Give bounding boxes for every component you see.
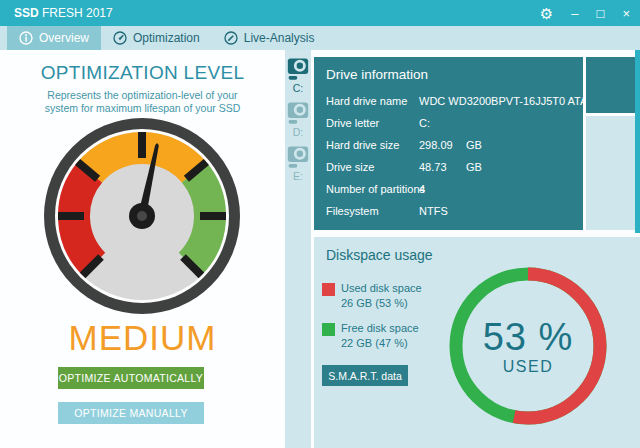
used-space-label: Used disk space bbox=[341, 281, 422, 296]
diskspace-donut-chart: 53 % USED bbox=[442, 260, 614, 432]
drive-info-row: Drive size 48.73 GB bbox=[326, 161, 583, 183]
drive-info-row: Hard drive name WDC WD3200BPVT-16JJ5T0 A… bbox=[326, 95, 583, 117]
drive-info-row: Drive letter C: bbox=[326, 117, 583, 139]
drive-selector-strip: C: D: E: bbox=[285, 50, 311, 448]
drive-item-e[interactable]: E: bbox=[285, 146, 311, 182]
tab-live-analysis-label: Live-Analysis bbox=[244, 31, 315, 45]
drive-info-row: Number of partitions 4 bbox=[326, 183, 583, 205]
optimize-automatically-button[interactable]: OPTIMIZE AUTOMATICALLY bbox=[58, 367, 204, 389]
hard-drive-icon bbox=[286, 58, 310, 81]
window-title-app: SSD bbox=[14, 6, 39, 20]
drive-item-c[interactable]: C: bbox=[285, 58, 311, 94]
free-space-swatch bbox=[322, 323, 335, 336]
free-space-amount: 22 GB (47 %) bbox=[341, 336, 419, 351]
used-space-swatch bbox=[322, 283, 335, 296]
tab-optimization-label: Optimization bbox=[133, 31, 200, 45]
app-window: SSD FRESH 2017 ⚙ – □ × Overview Optimiza… bbox=[0, 0, 640, 448]
titlebar: SSD FRESH 2017 ⚙ – □ × bbox=[0, 0, 640, 26]
tab-optimization[interactable]: Optimization bbox=[101, 26, 212, 50]
drive-info-row: Hard drive size 298.09 GB bbox=[326, 139, 583, 161]
settings-gear-icon[interactable]: ⚙ bbox=[540, 6, 553, 21]
cutoff-panel-header bbox=[586, 57, 635, 113]
tabbar: Overview Optimization Live-Analysis bbox=[0, 26, 640, 50]
smart-data-button[interactable]: S.M.A.R.T. data bbox=[322, 365, 408, 386]
optimize-manually-button[interactable]: OPTIMIZE MANUALLY bbox=[58, 402, 204, 424]
window-title: SSD FRESH 2017 bbox=[14, 6, 113, 20]
drive-item-d[interactable]: D: bbox=[285, 102, 311, 138]
close-icon[interactable]: × bbox=[622, 7, 630, 20]
tab-live-analysis[interactable]: Live-Analysis bbox=[212, 26, 327, 50]
optimization-level-subtitle: Represents the optimization-level of you… bbox=[0, 89, 285, 115]
tab-overview[interactable]: Overview bbox=[7, 26, 101, 50]
optimization-panel: OPTIMIZATION LEVEL Represents the optimi… bbox=[0, 50, 285, 448]
content-area: OPTIMIZATION LEVEL Represents the optimi… bbox=[0, 50, 640, 448]
free-space-label: Free disk space bbox=[341, 321, 419, 336]
used-space-amount: 26 GB (53 %) bbox=[341, 296, 422, 311]
info-icon bbox=[19, 31, 33, 45]
optimization-gauge bbox=[42, 116, 242, 316]
minimize-icon[interactable]: – bbox=[571, 7, 578, 20]
drive-information-rows: Hard drive name WDC WD3200BPVT-16JJ5T0 A… bbox=[326, 95, 583, 227]
window-right-border bbox=[635, 50, 640, 233]
drive-information-title: Drive information bbox=[326, 67, 583, 82]
drive-letter-label: D: bbox=[285, 126, 311, 138]
cutoff-panel-body bbox=[586, 116, 635, 230]
hard-drive-icon bbox=[286, 146, 310, 169]
maximize-icon[interactable]: □ bbox=[597, 7, 605, 20]
legend-used-disk-space: Used disk space 26 GB (53 %) bbox=[322, 281, 422, 311]
titlebar-controls: ⚙ – □ × bbox=[540, 6, 630, 21]
drive-information-panel: Drive information Hard drive name WDC WD… bbox=[314, 57, 583, 230]
drive-info-row: Filesystem NTFS bbox=[326, 205, 583, 227]
gauge-icon bbox=[113, 31, 127, 45]
window-title-rest: FRESH 2017 bbox=[39, 6, 113, 20]
pen-icon bbox=[224, 31, 238, 45]
hard-drive-icon bbox=[286, 102, 310, 125]
legend-free-disk-space: Free disk space 22 GB (47 %) bbox=[322, 321, 419, 351]
tab-overview-label: Overview bbox=[39, 31, 89, 45]
optimization-level-value: MEDIUM bbox=[0, 318, 285, 358]
diskspace-usage-panel: Diskspace usage Used disk space 26 GB (5… bbox=[314, 237, 640, 448]
optimization-level-heading: OPTIMIZATION LEVEL bbox=[0, 62, 285, 84]
drive-letter-label: E: bbox=[285, 170, 311, 182]
drive-letter-label: C: bbox=[285, 82, 311, 94]
